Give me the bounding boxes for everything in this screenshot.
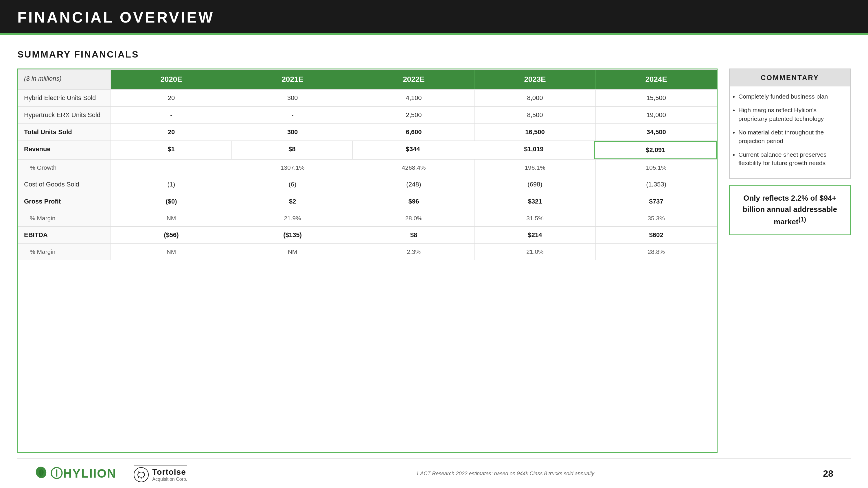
row-cell: - <box>232 107 353 124</box>
row-cell: 16,500 <box>474 124 596 140</box>
row-cell: $602 <box>596 227 717 243</box>
row-cell: - <box>111 107 232 124</box>
row-cell: 19,000 <box>596 107 717 124</box>
commentary-point-1: Completely funded business plan <box>738 92 844 101</box>
commentary-list: Completely funded business plan High mar… <box>730 87 850 178</box>
row-cell: 15,500 <box>596 90 717 106</box>
header: FINANCIAL OVERVIEW <box>0 0 868 35</box>
hyliion-text: ⒾHYLIION <box>50 465 116 482</box>
row-cell: $2 <box>232 193 353 210</box>
row-cell: $321 <box>474 193 596 210</box>
row-cell: 31.5% <box>474 210 596 226</box>
addressable-market-box: Only reflects 2.2% of $94+ billion annua… <box>729 185 850 236</box>
row-cell: $96 <box>353 193 474 210</box>
currency-note: ($ in millions) <box>18 70 111 89</box>
row-cell: 20 <box>111 90 232 106</box>
row-cell: ($0) <box>111 193 232 210</box>
footer-note: 1 ACT Research 2022 estimates: based on … <box>187 470 823 477</box>
row-cell: 28.0% <box>353 210 474 226</box>
row-cell: - <box>111 160 232 176</box>
table-row: Revenue $1 $8 $344 $1,019 $2,091 <box>18 140 717 159</box>
table-row: % Margin NM 21.9% 28.0% 31.5% 35.3% <box>18 210 717 226</box>
row-cell: $737 <box>596 193 717 210</box>
table-row: Cost of Goods Sold (1) (6) (248) (698) (… <box>18 176 717 193</box>
table-row: EBITDA ($56) ($135) $8 $214 $602 <box>18 226 717 243</box>
footer-logos: ⒾHYLIION <box>35 465 187 482</box>
footer: ⒾHYLIION <box>18 458 850 488</box>
year-header-2022: 2022E <box>353 70 474 89</box>
table-row: Total Units Sold 20 300 6,600 16,500 34,… <box>18 124 717 140</box>
row-cell: 21.9% <box>232 210 353 226</box>
row-cell: 196.1% <box>474 160 596 176</box>
row-cell: $1,019 <box>473 141 594 159</box>
row-label: Total Units Sold <box>18 124 111 140</box>
year-header-2021: 2021E <box>232 70 353 89</box>
row-cell: 28.8% <box>596 244 717 260</box>
tortoise-sub: Acquisition Corp. <box>152 477 187 482</box>
row-cell: $214 <box>474 227 596 243</box>
row-cell: ($56) <box>111 227 232 243</box>
row-cell: 35.3% <box>596 210 717 226</box>
table-row: Gross Profit ($0) $2 $96 $321 $737 <box>18 193 717 210</box>
row-label: % Margin <box>18 244 111 260</box>
tortoise-circle-icon <box>134 467 149 482</box>
row-cell: $344 <box>353 141 474 159</box>
tortoise-logo: Tortoise Acquisition Corp. <box>134 465 187 482</box>
commentary-point-4: Current balance sheet preserves flexibil… <box>738 150 844 167</box>
commentary-panel: COMMENTARY Completely funded business pl… <box>729 68 850 453</box>
row-cell: 1307.1% <box>232 160 353 176</box>
financials-table-container: ($ in millions) 2020E 2021E 2022E 2023E … <box>18 68 717 453</box>
revenue-2024-highlighted: $2,091 <box>594 141 717 159</box>
row-cell: 8,500 <box>474 107 596 124</box>
table-row: Hypertruck ERX Units Sold - - 2,500 8,50… <box>18 106 717 124</box>
commentary-point-3: No material debt throughout the projecti… <box>738 128 844 145</box>
row-cell: NM <box>111 210 232 226</box>
row-cell: $8 <box>353 227 474 243</box>
row-cell: NM <box>232 244 353 260</box>
row-cell: (1,353) <box>596 176 717 193</box>
row-label: Hypertruck ERX Units Sold <box>18 107 111 124</box>
table-row: Hybrid Electric Units Sold 20 300 4,100 … <box>18 89 717 106</box>
row-cell: (6) <box>232 176 353 193</box>
commentary-point-2: High margins reflect Hyliion's proprieta… <box>738 106 844 123</box>
hyliion-logo: ⒾHYLIION <box>35 465 116 482</box>
commentary-box: COMMENTARY Completely funded business pl… <box>729 68 850 179</box>
row-cell: 2.3% <box>353 244 474 260</box>
row-label: Cost of Goods Sold <box>18 176 111 193</box>
row-cell: 34,500 <box>596 124 717 140</box>
header-title: FINANCIAL OVERVIEW <box>18 9 214 26</box>
table-row: % Growth - 1307.1% 4268.4% 196.1% 105.1% <box>18 159 717 176</box>
row-cell: 4,100 <box>353 90 474 106</box>
table-row: % Margin NM NM 2.3% 21.0% 28.8% <box>18 243 717 260</box>
row-cell: 6,600 <box>353 124 474 140</box>
year-header-2024: 2024E <box>596 70 717 89</box>
section-title: SUMMARY FINANCIALS <box>18 49 850 60</box>
tortoise-name: Tortoise <box>152 467 187 477</box>
row-label: EBITDA <box>18 227 111 243</box>
row-cell: 20 <box>111 124 232 140</box>
row-cell: 8,000 <box>474 90 596 106</box>
row-cell: $1 <box>111 141 232 159</box>
row-label: Gross Profit <box>18 193 111 210</box>
row-cell: 4268.4% <box>353 160 474 176</box>
page-number: 28 <box>823 468 833 479</box>
row-cell: 21.0% <box>474 244 596 260</box>
row-label: % Growth <box>18 160 111 176</box>
year-header-2023: 2023E <box>474 70 596 89</box>
row-cell: (698) <box>474 176 596 193</box>
row-cell: NM <box>111 244 232 260</box>
row-label: % Margin <box>18 210 111 226</box>
row-cell: $8 <box>232 141 353 159</box>
row-cell: 300 <box>232 124 353 140</box>
row-label: Revenue <box>18 141 111 159</box>
row-cell: (1) <box>111 176 232 193</box>
row-cell: 300 <box>232 90 353 106</box>
year-header-2020: 2020E <box>111 70 232 89</box>
row-cell: (248) <box>353 176 474 193</box>
leaf-icon <box>35 466 48 481</box>
commentary-title: COMMENTARY <box>730 69 850 87</box>
row-cell: 2,500 <box>353 107 474 124</box>
row-cell: 105.1% <box>596 160 717 176</box>
row-cell: ($135) <box>232 227 353 243</box>
row-label: Hybrid Electric Units Sold <box>18 90 111 106</box>
